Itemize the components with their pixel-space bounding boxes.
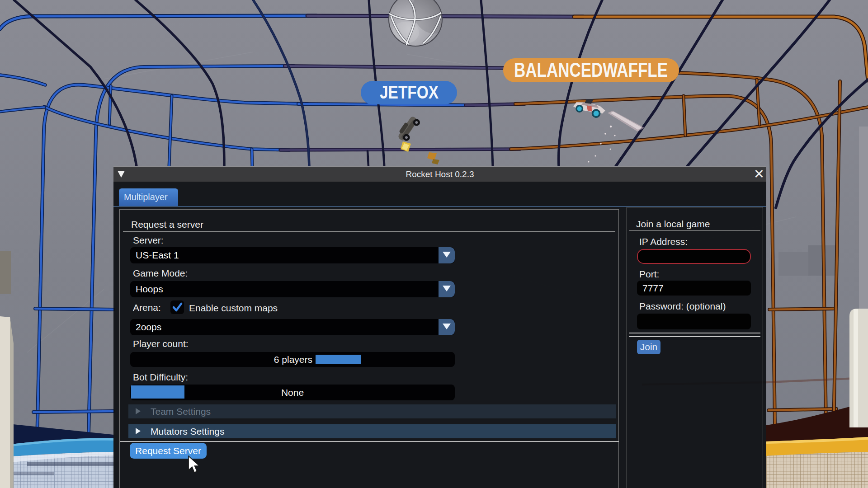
svg-text:JETFOX: JETFOX xyxy=(380,82,439,102)
svg-text:BALANCEDWAFFLE: BALANCEDWAFFLE xyxy=(514,59,668,81)
